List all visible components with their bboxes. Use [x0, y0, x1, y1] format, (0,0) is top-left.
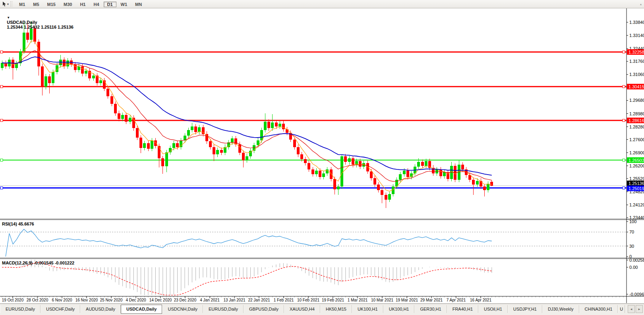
svg-text:16 Nov 2020: 16 Nov 2020: [75, 298, 98, 302]
tab-eurusd-daily[interactable]: EURUSD,Daily: [0, 305, 41, 313]
timeframe-button-w1[interactable]: W1: [117, 2, 131, 7]
svg-text:1.26200: 1.26200: [629, 163, 644, 168]
svg-text:4 Dec 2020: 4 Dec 2020: [126, 298, 146, 302]
svg-text:1.28280: 1.28280: [629, 124, 644, 129]
svg-text:1.29680: 1.29680: [629, 98, 644, 103]
svg-text:1.28616: 1.28616: [629, 118, 644, 123]
svg-text:1.24120: 1.24120: [629, 202, 644, 207]
svg-text:19 Oct 2020: 19 Oct 2020: [2, 298, 24, 302]
svg-text:7 Apr 2021: 7 Apr 2021: [447, 298, 466, 302]
tab-ger30-h1[interactable]: GER30,H1: [414, 305, 447, 313]
ohlc-low: 1.25116: [41, 25, 56, 29]
svg-text:1.33840: 1.33840: [629, 20, 644, 25]
tab-audusd-daily[interactable]: AUDUSD,Daily: [80, 305, 121, 313]
tab-usdchf-daily[interactable]: USDCHF,Daily: [41, 305, 80, 313]
svg-text:0.00258: 0.00258: [629, 258, 644, 262]
rsi-label: RSI(14) 45.6676: [2, 222, 34, 226]
tab-usdcad-daily[interactable]: USDCAD,Daily: [121, 305, 162, 314]
svg-text:4 Jan 2021: 4 Jan 2021: [200, 298, 220, 302]
svg-text:1.32258: 1.32258: [629, 50, 644, 54]
toolbar-grip[interactable]: [11, 1, 13, 7]
timeframe-button-h1[interactable]: H1: [76, 2, 89, 7]
svg-text:10 Feb 2021: 10 Feb 2021: [297, 298, 320, 302]
toolbar-scroll-icon[interactable]: ▴: [640, 2, 642, 6]
svg-text:10 Mar 2021: 10 Mar 2021: [371, 298, 394, 302]
svg-text:-0.009687: -0.009687: [629, 292, 644, 297]
svg-text:70: 70: [629, 229, 634, 234]
tab-china300-h1[interactable]: CHINA300,H1: [579, 305, 618, 313]
svg-text:1.31760: 1.31760: [629, 59, 644, 64]
timeframe-button-d1[interactable]: D1: [104, 2, 116, 7]
tab-usoil-h1[interactable]: USOil,H1: [478, 305, 508, 313]
mt4-window: ▾ M1M5M15M30H1H4D1W1MN ▴ 1.338401.331401…: [0, 0, 644, 315]
timeframe-toolbar: ▾ M1M5M15M30H1H4D1W1MN ▴: [0, 0, 644, 8]
timeframe-button-m15[interactable]: M15: [44, 2, 59, 7]
svg-text:13 Jan 2021: 13 Jan 2021: [223, 298, 245, 302]
svg-text:1.26900: 1.26900: [629, 150, 644, 155]
svg-text:1.28980: 1.28980: [629, 111, 644, 116]
svg-text:1.33140: 1.33140: [629, 33, 644, 38]
tab-xauusd-h4[interactable]: XAUUSD,H4: [284, 305, 320, 313]
svg-text:1 Feb 2021: 1 Feb 2021: [274, 298, 294, 302]
svg-text:19 Feb 2021: 19 Feb 2021: [322, 298, 344, 302]
tab-usdjpy-h1[interactable]: USDJPY,H1: [508, 305, 542, 313]
tab-eurusd-daily[interactable]: EURUSD,Daily: [203, 305, 244, 313]
svg-text:1.25019: 1.25019: [629, 186, 644, 191]
chart-canvas[interactable]: 1.338401.331401.324401.317601.310601.303…: [0, 8, 644, 303]
svg-text:14 Dec 2020: 14 Dec 2020: [149, 298, 172, 302]
ohlc-open: 1.25344: [7, 25, 23, 29]
cursor-tool-icon[interactable]: [1, 1, 7, 7]
svg-text:1.27600: 1.27600: [629, 137, 644, 142]
timeframe-button-m5[interactable]: M5: [29, 2, 43, 7]
timeframe-buttons: M1M5M15M30H1H4D1W1MN: [15, 0, 146, 8]
tab-u[interactable]: U: [618, 305, 625, 313]
macd-label: MACD(12,26,9) -0.001545 -0.001222: [2, 261, 74, 265]
svg-text:1.31060: 1.31060: [629, 72, 644, 77]
svg-text:29 Mar 2021: 29 Mar 2021: [420, 298, 443, 302]
svg-text:1.26503: 1.26503: [629, 158, 644, 163]
timeframe-button-mn[interactable]: MN: [132, 2, 145, 7]
tab-gbpusd-daily[interactable]: GBPUSD,Daily: [244, 305, 284, 313]
tab-hk50-m15[interactable]: HK50,M15: [320, 305, 352, 313]
tab-fra40-h1[interactable]: FRA40,H1: [447, 305, 478, 313]
chevron-down-icon[interactable]: ▾: [7, 2, 9, 6]
svg-text:6 Nov 2020: 6 Nov 2020: [52, 298, 72, 302]
svg-text:23 Dec 2020: 23 Dec 2020: [174, 298, 197, 302]
svg-text:25 Nov 2020: 25 Nov 2020: [100, 298, 123, 302]
tab-items: EURUSD,DailyUSDCHF,DailyAUDUSD,DailyUSDC…: [0, 305, 625, 314]
svg-text:1.25520: 1.25520: [629, 176, 644, 181]
svg-text:1.30415: 1.30415: [629, 84, 644, 89]
svg-text:1.25136: 1.25136: [629, 181, 644, 186]
svg-text:28 Oct 2020: 28 Oct 2020: [27, 298, 48, 302]
tab-uk100-h1[interactable]: UK100,H1: [383, 305, 415, 313]
svg-text:19 Mar 2021: 19 Mar 2021: [396, 298, 418, 302]
chart-symbol-label: USDCAD,Daily: [7, 20, 37, 25]
tab-uk100-h1[interactable]: UK100,H1: [352, 305, 383, 313]
timeframe-button-h4[interactable]: H4: [90, 2, 102, 7]
tab-scroll-left-icon[interactable]: ◂: [628, 305, 635, 313]
ohlc-close: 1.25136: [58, 25, 73, 29]
collapse-caret-icon[interactable]: ▼: [7, 16, 10, 19]
svg-text:22 Jan 2021: 22 Jan 2021: [248, 298, 270, 302]
svg-text:0.00: 0.00: [629, 265, 638, 270]
svg-text:30: 30: [629, 244, 634, 249]
svg-text:16 Apr 2021: 16 Apr 2021: [470, 298, 491, 302]
tab-dj30-weekly[interactable]: DJ30,Weekly: [542, 305, 579, 313]
timeframe-button-m30[interactable]: M30: [60, 2, 75, 7]
tab-usdcnh-daily[interactable]: USDCNH,Daily: [162, 305, 203, 313]
tab-scroll-buttons: ◂ ▸: [628, 305, 643, 313]
ohlc-high: 1.25432: [24, 25, 40, 29]
timeframe-button-m1[interactable]: M1: [15, 2, 29, 7]
svg-text:1 Mar 2021: 1 Mar 2021: [348, 298, 368, 302]
symbol-tab-bar: EURUSD,DailyUSDCHF,DailyAUDUSD,DailyUSDC…: [0, 303, 644, 315]
svg-text:100: 100: [629, 219, 636, 224]
tab-scroll-right-icon[interactable]: ▸: [636, 305, 643, 313]
chart-title: ▼ USDCAD,Daily 1.25344 1.25432 1.25116 1…: [2, 10, 73, 34]
